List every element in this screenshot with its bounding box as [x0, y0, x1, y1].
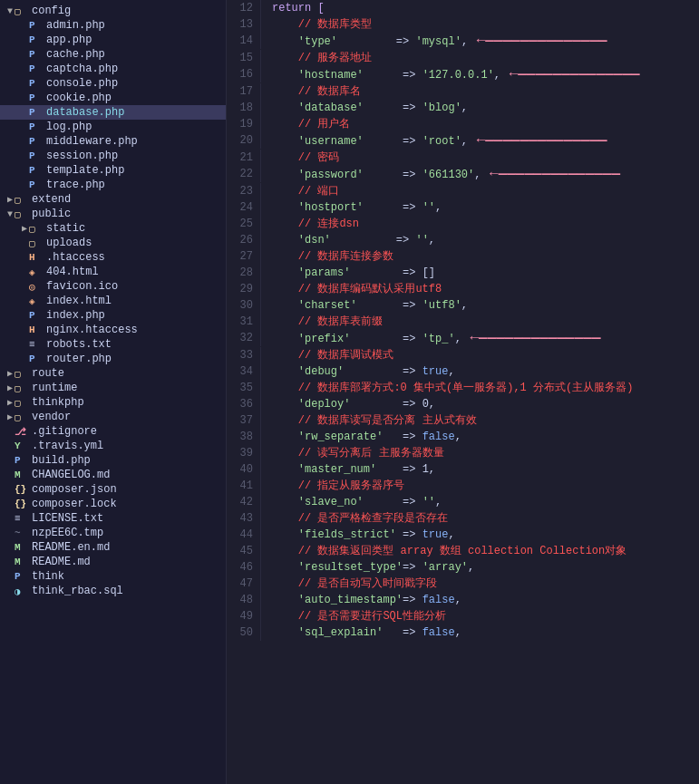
php-icon: P	[29, 63, 44, 74]
sidebar-item-cookie-php[interactable]: Pcookie.php	[0, 91, 226, 105]
sidebar-item-travis-yml[interactable]: Y.travis.yml	[0, 439, 226, 453]
code-token: // 服务器地址	[272, 52, 372, 64]
code-token: =>	[364, 102, 422, 114]
code-token: ,	[455, 594, 461, 606]
code-line: 46 'resultset_type'=> 'array',	[227, 559, 699, 576]
code-token: =>	[350, 333, 422, 345]
folder-icon: ▢	[15, 382, 29, 394]
code-token: =>	[344, 365, 422, 378]
sidebar-item-router-php[interactable]: Prouter.php	[0, 352, 226, 366]
md-icon: M	[15, 542, 29, 553]
sidebar-item-changelog-md[interactable]: MCHANGELOG.md	[0, 468, 226, 482]
sidebar-item-cache-php[interactable]: Pcache.php	[0, 47, 226, 62]
tree-item-label: nginx.htaccess	[46, 324, 138, 336]
code-token: =>	[364, 201, 422, 214]
tree-item-label: vendor	[32, 411, 71, 423]
sidebar-item-config-folder[interactable]: ▼▢config	[0, 4, 226, 18]
folder-icon: ▢	[15, 208, 29, 220]
sidebar-item-build-php[interactable]: Pbuild.php	[0, 453, 226, 468]
code-token: // 数据库调试模式	[272, 349, 393, 362]
sidebar-item-runtime-folder[interactable]: ▶▢runtime	[0, 381, 226, 395]
sidebar-item-app-php[interactable]: Papp.php	[0, 33, 226, 47]
tmp-icon: ~	[15, 528, 29, 538]
sidebar-item-vendor-folder[interactable]: ▶▢vendor	[0, 410, 226, 424]
code-line: 21 // 密码	[227, 150, 699, 166]
code-token: ,	[448, 528, 454, 541]
line-number: 36	[227, 396, 261, 412]
sidebar-item-nginx-htaccess[interactable]: Hnginx.htaccess	[0, 323, 226, 337]
sidebar-item-think-rbac-sql[interactable]: ◑think_rbac.sql	[0, 584, 226, 598]
sidebar-item-console-php[interactable]: Pconsole.php	[0, 76, 226, 91]
sidebar-item-middleware-php[interactable]: Pmiddleware.php	[0, 134, 226, 149]
code-editor: 12return [13 // 数据库类型14 'type' => 'mysql…	[227, 0, 699, 784]
sidebar-item-session-php[interactable]: Psession.php	[0, 149, 226, 163]
sidebar-item-robots-txt[interactable]: ≡robots.txt	[0, 337, 226, 352]
sidebar-item-404-html[interactable]: ◈404.html	[0, 265, 226, 279]
line-number: 14	[227, 33, 261, 49]
sidebar-item-thinkphp-folder[interactable]: ▶▢thinkphp	[0, 395, 226, 410]
line-number: 18	[227, 100, 261, 116]
code-line: 28 'params' => []	[227, 265, 699, 281]
line-number: 16	[227, 66, 261, 82]
php-icon: P	[15, 455, 29, 466]
sidebar-item-admin-php[interactable]: Padmin.php	[0, 18, 226, 33]
line-number: 44	[227, 527, 261, 543]
line-number: 29	[227, 281, 261, 297]
sidebar-item-trace-php[interactable]: Ptrace.php	[0, 178, 226, 192]
code-line: 15 // 服务器地址	[227, 50, 699, 66]
code-token	[272, 333, 298, 345]
sidebar-item-public-folder[interactable]: ▼▢public	[0, 207, 226, 221]
code-token: // 数据库部署方式:0 集中式(单一服务器),1 分布式(主从服务器)	[272, 382, 633, 394]
code-token: 'tp_'	[422, 333, 455, 345]
sidebar-item-gitignore[interactable]: ⎇.gitignore	[0, 424, 226, 439]
sidebar-item-composer-json[interactable]: {}composer.json	[0, 482, 226, 497]
code-line: 27 // 数据库连接参数	[227, 248, 699, 265]
php-icon: P	[29, 20, 44, 31]
line-content: 'database' => 'blog',	[261, 100, 699, 116]
sidebar-item-log-php[interactable]: Plog.php	[0, 120, 226, 134]
tree-item-label: session.php	[46, 150, 118, 162]
sidebar-item-nzpee6c-tmp[interactable]: ~nzpEE6C.tmp	[0, 526, 226, 540]
sidebar-item-template-php[interactable]: Ptemplate.php	[0, 163, 226, 178]
sidebar-item-think[interactable]: Pthink	[0, 569, 226, 584]
code-token	[272, 266, 298, 279]
code-token: ''	[422, 496, 435, 508]
code-line: 39 // 读写分离后 主服务器数量	[227, 445, 699, 461]
tree-item-label: middleware.php	[46, 135, 138, 148]
tree-item-label: app.php	[46, 34, 92, 46]
line-content: 'charset' => 'utf8',	[261, 297, 699, 314]
line-number: 28	[227, 265, 261, 281]
sidebar-item-favicon-ico[interactable]: ◎favicon.ico	[0, 279, 226, 294]
tree-item-label: LICENSE.txt	[32, 512, 103, 525]
tree-item-label: template.php	[46, 164, 124, 177]
code-line: 43 // 是否严格检查字段是否存在	[227, 510, 699, 527]
line-content: 'rw_separate' => false,	[261, 429, 699, 445]
code-token: // 连接dsn	[272, 218, 359, 230]
line-content: 'fields_strict' => true,	[261, 527, 699, 543]
sidebar-item-license-txt[interactable]: ≡LICENSE.txt	[0, 511, 226, 526]
code-line: 30 'charset' => 'utf8',	[227, 297, 699, 314]
sidebar-item-extend-folder[interactable]: ▶▢extend	[0, 192, 226, 207]
code-token: // 是否严格检查字段是否存在	[272, 512, 448, 525]
tree-item-label: index.html	[46, 295, 112, 307]
sidebar-item-composer-lock[interactable]: {}composer.lock	[0, 497, 226, 511]
sidebar-item-index-php[interactable]: Pindex.php	[0, 308, 226, 323]
sidebar-item-route-folder[interactable]: ▶▢route	[0, 366, 226, 381]
sidebar-item-index-html[interactable]: ◈index.html	[0, 294, 226, 308]
sidebar-item-uploads-folder[interactable]: ▢uploads	[0, 236, 226, 250]
html-icon: ◈	[29, 266, 44, 278]
sidebar-item-readme-en-md[interactable]: MREADME.en.md	[0, 540, 226, 555]
sidebar-item-static-folder[interactable]: ▶▢static	[0, 221, 226, 236]
line-content: // 读写分离后 主服务器数量	[261, 445, 699, 461]
sidebar-item-captcha-php[interactable]: Pcaptcha.php	[0, 62, 226, 76]
line-number: 24	[227, 199, 261, 216]
sidebar-item-readme-md[interactable]: MREADME.md	[0, 555, 226, 569]
sidebar-item-database-php[interactable]: Pdatabase.php	[0, 105, 226, 120]
line-number: 39	[227, 445, 261, 461]
code-token: 'type'	[298, 35, 337, 48]
code-token	[272, 69, 298, 82]
line-content: 'hostport' => '',	[261, 199, 699, 216]
code-token: 'rw_separate'	[298, 431, 383, 443]
sidebar-item-htaccess[interactable]: H.htaccess	[0, 250, 226, 265]
tree-item-label: 404.html	[46, 266, 99, 278]
